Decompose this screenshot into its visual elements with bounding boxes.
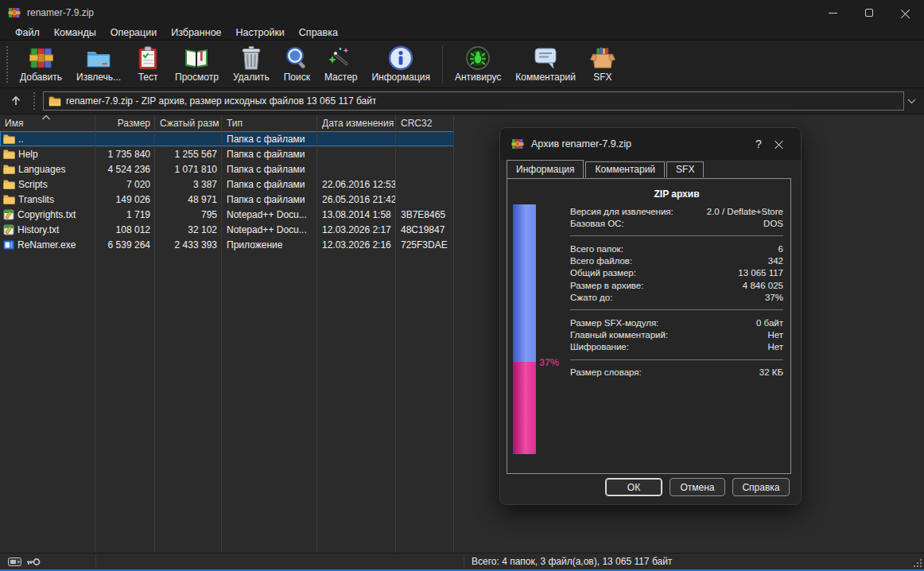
- menu-commands[interactable]: Команды: [47, 27, 103, 38]
- toolbar-separator: [442, 46, 443, 83]
- column-divider[interactable]: [154, 115, 155, 553]
- sfx-button-label: SFX: [593, 72, 611, 83]
- table-row-translits[interactable]: Translits 149 026 48 971 Папка с файлами…: [0, 192, 454, 207]
- file-type: Notepad++ Docu...: [222, 209, 317, 220]
- compression-ratio-bar: 37%: [513, 204, 536, 454]
- column-header-type[interactable]: Тип: [222, 118, 317, 131]
- toolbar-gripper[interactable]: [6, 46, 10, 83]
- tab-information[interactable]: Информация: [507, 160, 584, 178]
- file-modified: 12.03.2026 2:16: [317, 239, 396, 251]
- menu-favorites[interactable]: Избранное: [164, 27, 228, 38]
- tab-comment[interactable]: Комментарий: [585, 161, 665, 177]
- column-divider[interactable]: [395, 115, 396, 553]
- file-name: Scripts: [18, 179, 48, 190]
- menu-operations[interactable]: Операции: [103, 27, 164, 38]
- table-row-history[interactable]: History.txt 108 012 32 102 Notepad++ Doc…: [0, 222, 454, 237]
- info-button[interactable]: Информация: [364, 44, 437, 84]
- field-label: Главный комментарий:: [570, 330, 668, 340]
- extract-button[interactable]: Извлечь...: [69, 44, 128, 84]
- folder-icon: [3, 150, 15, 159]
- column-divider[interactable]: [95, 115, 95, 553]
- sfx-button[interactable]: SFX: [583, 44, 623, 84]
- view-button[interactable]: Просмотр: [168, 44, 226, 84]
- table-row-copyrights[interactable]: Copyrights.txt 1 719 795 Notepad++ Docu.…: [0, 207, 454, 222]
- field-label: Общий размер:: [570, 268, 636, 278]
- application-icon: [3, 239, 14, 251]
- column-divider[interactable]: [316, 115, 317, 553]
- file-name: History.txt: [17, 224, 59, 235]
- antivirus-button[interactable]: Антивирус: [448, 44, 508, 84]
- table-row-parent-dir[interactable]: .. Папка с файлами: [0, 131, 454, 146]
- minimize-icon: [829, 13, 837, 14]
- folder-icon: [3, 180, 15, 189]
- file-type: Папка с файлами: [222, 134, 317, 145]
- file-packed: 3 387: [155, 179, 222, 190]
- key-icon[interactable]: [26, 557, 41, 566]
- title-bar: renamer-7.9.zip: [0, 0, 924, 25]
- view-book-icon: [184, 45, 209, 71]
- separator: [570, 235, 783, 236]
- statusbar-divider: [95, 555, 96, 568]
- delete-button[interactable]: Удалить: [226, 44, 277, 84]
- table-row-renamer-exe[interactable]: ReNamer.exe 6 539 264 2 433 393 Приложен…: [0, 237, 454, 252]
- menu-help[interactable]: Справка: [292, 27, 345, 38]
- wizard-button-label: Мастер: [324, 72, 358, 83]
- file-size: 1 719: [95, 209, 155, 220]
- address-bar-row: renamer-7.9.zip - ZIP архив, размер исхо…: [0, 88, 924, 115]
- file-size: 149 026: [95, 194, 155, 205]
- menu-settings[interactable]: Настройки: [229, 27, 292, 38]
- resize-grip[interactable]: [914, 559, 922, 567]
- comment-button-label: Комментарий: [515, 72, 576, 83]
- minimize-button[interactable]: [814, 0, 851, 25]
- file-name: ReNamer.exe: [17, 239, 76, 251]
- wizard-wand-icon: [328, 45, 354, 71]
- info-button-label: Информация: [371, 72, 429, 83]
- file-type: Notepad++ Docu...: [222, 224, 317, 235]
- compression-percent-label: 37%: [539, 357, 559, 368]
- add-button[interactable]: Добавить: [13, 44, 69, 84]
- help-button[interactable]: Справка: [732, 478, 790, 496]
- dialog-help-button[interactable]: ?: [748, 138, 769, 150]
- up-arrow-icon: [10, 95, 21, 107]
- up-directory-button[interactable]: [6, 91, 25, 111]
- maximize-icon: [865, 9, 873, 17]
- winrar-window: renamer-7.9.zip Файл Команды Операции Из…: [0, 0, 924, 571]
- field-value: 342: [768, 256, 783, 266]
- addressbar-gripper[interactable]: [33, 92, 37, 110]
- add-button-label: Добавить: [20, 72, 62, 83]
- antivirus-button-label: Антивирус: [455, 72, 501, 83]
- column-header-packed[interactable]: Сжатый разм: [155, 118, 222, 131]
- tab-sfx[interactable]: SFX: [666, 161, 704, 177]
- address-combobox[interactable]: renamer-7.9.zip - ZIP архив, размер исхо…: [43, 91, 904, 111]
- wizard-button[interactable]: Мастер: [317, 44, 365, 84]
- search-button[interactable]: Поиск: [277, 44, 317, 84]
- menu-file[interactable]: Файл: [8, 27, 47, 38]
- file-packed: 1 071 810: [155, 164, 222, 175]
- folder-icon: [3, 195, 15, 204]
- maximize-button[interactable]: [851, 0, 887, 25]
- disk-icon[interactable]: [8, 557, 21, 566]
- file-packed: 2 433 393: [155, 239, 222, 251]
- winrar-logo-icon: [511, 138, 524, 150]
- view-button-label: Просмотр: [175, 72, 219, 83]
- table-row-scripts[interactable]: Scripts 7 020 3 387 Папка с файлами 22.0…: [0, 177, 454, 192]
- ok-button[interactable]: ОК: [605, 478, 662, 496]
- field-value: 4 846 025: [743, 281, 783, 290]
- column-header-modified[interactable]: Дата изменения: [317, 118, 396, 131]
- search-button-label: Поиск: [284, 72, 310, 83]
- file-size: 1 735 840: [95, 149, 155, 160]
- file-size: 108 012: [95, 224, 155, 235]
- address-dropdown-button[interactable]: [905, 91, 918, 111]
- test-button[interactable]: Тест: [128, 44, 168, 84]
- table-row-help[interactable]: Help 1 735 840 1 255 567 Папка с файлами: [0, 146, 454, 161]
- column-header-crc32[interactable]: CRC32: [396, 118, 454, 131]
- column-divider[interactable]: [221, 115, 222, 553]
- menu-bar: Файл Команды Операции Избранное Настройк…: [0, 25, 924, 41]
- close-button[interactable]: [887, 0, 924, 25]
- column-header-size[interactable]: Размер: [95, 118, 155, 131]
- cancel-button[interactable]: Отмена: [670, 478, 725, 496]
- comment-button[interactable]: Комментарий: [508, 44, 583, 84]
- dialog-close-button[interactable]: [769, 139, 790, 149]
- column-divider[interactable]: [453, 115, 454, 553]
- table-row-languages[interactable]: Languages 4 524 236 1 071 810 Папка с фа…: [0, 161, 454, 177]
